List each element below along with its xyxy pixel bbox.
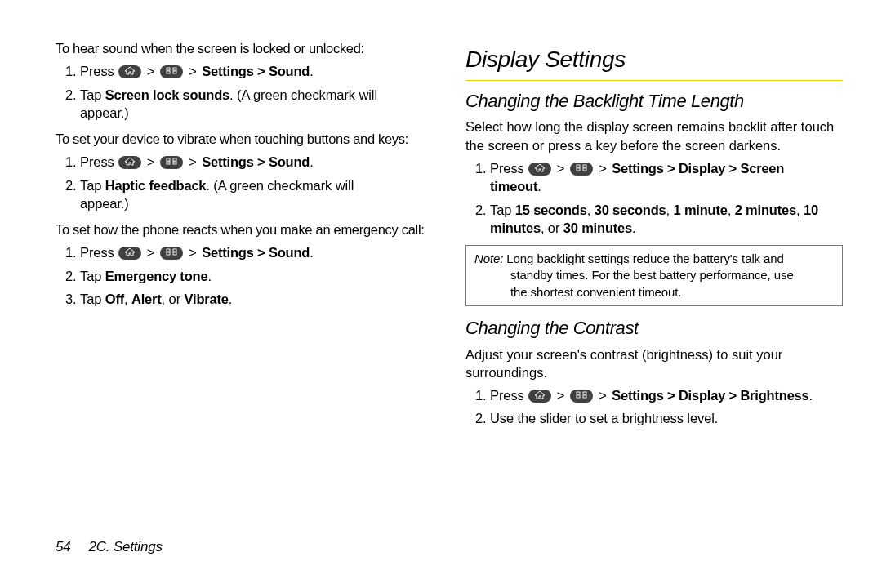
page-number: 54 xyxy=(56,539,71,555)
svg-rect-18 xyxy=(577,395,580,398)
svg-rect-9 xyxy=(173,249,176,252)
option: Vibrate xyxy=(185,292,229,306)
subhead-contrast: Changing the Contrast xyxy=(466,316,843,341)
separator: > xyxy=(189,245,197,260)
step-text: . xyxy=(229,292,232,306)
step: Tap Haptic feedback. (A green checkmark … xyxy=(80,176,433,213)
step: Press > > Settings > Display > Screen ti… xyxy=(490,159,843,196)
note-text: the shortest convenient timeout. xyxy=(510,284,834,301)
steps-emergency: Press > > Settings > Sound. Tap Emergenc… xyxy=(56,243,433,308)
step-text: Tap xyxy=(80,269,105,283)
separator: > xyxy=(147,64,155,78)
svg-rect-14 xyxy=(577,168,580,171)
note-label: Note: xyxy=(474,252,503,265)
svg-rect-3 xyxy=(173,71,176,74)
option: Haptic feedback xyxy=(105,178,207,193)
option: Alert xyxy=(131,292,162,306)
option: Off xyxy=(105,292,124,306)
step-text: Press xyxy=(490,388,528,403)
right-column: Display Settings Changing the Backlight … xyxy=(466,39,843,529)
svg-rect-15 xyxy=(583,168,586,171)
svg-rect-7 xyxy=(173,162,176,164)
step-text: Press xyxy=(80,245,118,260)
note-text: standby times. For the best battery perf… xyxy=(510,267,834,283)
step-text: , xyxy=(728,203,735,217)
separator: > xyxy=(147,245,155,260)
separator: > xyxy=(147,154,155,169)
separator: > xyxy=(189,154,197,169)
step-text: . xyxy=(310,245,313,260)
step-text: Tap xyxy=(490,203,515,217)
menu-key-icon xyxy=(160,65,183,78)
nav-path: timeout xyxy=(490,179,537,194)
step-text: Tap xyxy=(80,178,105,193)
option: Emergency tone xyxy=(105,269,208,283)
step: Press > > Settings > Sound. xyxy=(80,243,433,261)
step-text: Press xyxy=(490,161,528,176)
step: Press > > Settings > Display > Brightnes… xyxy=(490,386,843,404)
menu-key-icon xyxy=(570,163,593,176)
svg-rect-13 xyxy=(583,165,586,167)
step-text: . (A green checkmark will xyxy=(229,87,377,102)
separator: > xyxy=(599,161,607,176)
step: Tap 15 seconds, 30 seconds, 1 minute, 2 … xyxy=(490,201,843,238)
steps-lock-sounds: Press > > Settings > Sound. Tap Screen l… xyxy=(56,62,433,122)
steps-contrast: Press > > Settings > Display > Brightnes… xyxy=(466,386,843,428)
menu-key-icon xyxy=(160,247,183,260)
step-text: Tap xyxy=(80,87,105,102)
option: 1 minute xyxy=(674,203,728,217)
home-key-icon xyxy=(528,163,551,176)
step-text: , or xyxy=(162,292,185,306)
section-title: Display Settings xyxy=(466,44,843,75)
option: minutes xyxy=(490,220,541,235)
step: Use the slider to set a brightness level… xyxy=(490,409,843,427)
step-text: Tap xyxy=(80,292,105,306)
nav-path: Settings > Sound xyxy=(202,154,310,169)
svg-rect-8 xyxy=(167,249,170,252)
svg-rect-2 xyxy=(167,71,170,74)
intro-emergency: To set how the phone reacts when you mak… xyxy=(56,220,433,238)
svg-rect-4 xyxy=(167,158,170,161)
svg-rect-12 xyxy=(577,165,580,167)
intro-haptic: To set your device to vibrate when touch… xyxy=(56,130,433,148)
step: Tap Emergency tone. xyxy=(80,267,433,285)
step-text: . xyxy=(310,64,313,78)
home-key-icon xyxy=(118,65,141,78)
step-text: , xyxy=(587,203,595,217)
paragraph: Adjust your screen's contrast (brightnes… xyxy=(466,345,843,382)
steps-backlight: Press > > Settings > Display > Screen ti… xyxy=(466,159,843,237)
step-text: , or xyxy=(541,220,564,235)
svg-rect-16 xyxy=(577,392,580,394)
step-text: . xyxy=(207,269,211,283)
svg-rect-1 xyxy=(173,68,176,70)
step: Press > > Settings > Sound. xyxy=(80,62,433,80)
step: Press > > Settings > Sound. xyxy=(80,153,433,171)
step: Tap Screen lock sounds. (A green checkma… xyxy=(80,86,433,122)
home-key-icon xyxy=(118,156,141,169)
step-text: . xyxy=(632,220,635,235)
separator: > xyxy=(189,64,197,78)
step-text: . xyxy=(310,154,313,169)
option: Screen lock sounds xyxy=(105,87,229,102)
option: 15 seconds xyxy=(515,203,587,217)
section-rule xyxy=(466,80,843,81)
page-body: To hear sound when the screen is locked … xyxy=(0,0,882,539)
steps-haptic: Press > > Settings > Sound. Tap Haptic f… xyxy=(56,153,433,212)
svg-rect-6 xyxy=(167,162,170,164)
separator: > xyxy=(557,388,565,403)
home-key-icon xyxy=(528,390,551,403)
menu-key-icon xyxy=(570,390,593,403)
step-text: . xyxy=(809,388,813,403)
step-text: appear.) xyxy=(80,194,433,212)
svg-rect-10 xyxy=(167,252,170,255)
menu-key-icon xyxy=(160,156,183,169)
svg-rect-17 xyxy=(583,392,586,394)
svg-rect-0 xyxy=(167,68,170,70)
separator: > xyxy=(557,161,565,176)
left-column: To hear sound when the screen is locked … xyxy=(56,39,433,529)
step-text: , xyxy=(124,292,131,306)
paragraph: Select how long the display screen remai… xyxy=(466,118,843,154)
subhead-backlight: Changing the Backlight Time Length xyxy=(466,89,843,114)
option: 30 minutes xyxy=(564,220,632,235)
separator: > xyxy=(599,388,607,403)
